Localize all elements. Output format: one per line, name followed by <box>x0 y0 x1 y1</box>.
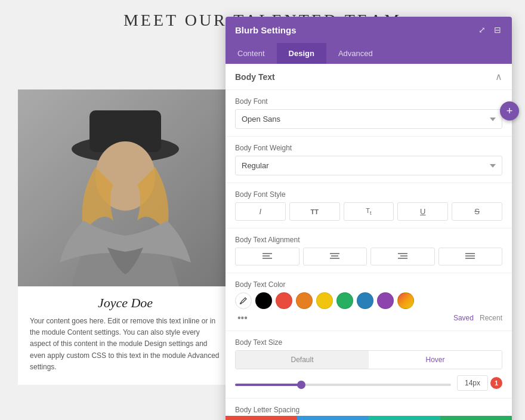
panel-header: Blurb Settings ⤢ ⊟ <box>226 17 512 43</box>
body-text-size-field: Body Text Size Default Hover 1 <box>226 331 512 399</box>
body-text-color-field: Body Text Color ••• Saved Recent <box>226 273 512 331</box>
panel-tabs: Content Design Advanced <box>226 43 512 64</box>
body-letter-spacing-label: Body Letter Spacing <box>235 406 502 414</box>
size-slider-row: 1 <box>235 375 502 391</box>
color-green[interactable] <box>336 292 353 309</box>
size-slider-tabs: Default Hover <box>235 350 502 369</box>
recent-link[interactable]: Recent <box>480 314 502 322</box>
uppercase-button[interactable]: TT <box>289 202 340 221</box>
panel-body: Body Text ∧ Body Font Open Sans Body Fon… <box>226 64 512 416</box>
saved-recent-links: Saved Recent <box>453 314 502 322</box>
undo-button[interactable]: ↺ <box>297 416 369 420</box>
section-title: Body Text <box>235 72 275 82</box>
svg-point-17 <box>240 302 242 304</box>
blurb-settings-panel: Blurb Settings ⤢ ⊟ Content Design Advanc… <box>226 17 512 420</box>
body-font-style-label: Body Font Style <box>235 190 502 199</box>
color-gradient[interactable] <box>397 292 414 309</box>
body-text-section-header: Body Text ∧ <box>226 64 512 90</box>
capitalize-button[interactable]: Tt <box>344 202 394 221</box>
body-text-size-input[interactable] <box>457 375 488 391</box>
align-right-button[interactable] <box>370 248 435 265</box>
body-font-field: Body Font Open Sans <box>226 90 512 137</box>
cancel-button[interactable]: ✕ <box>226 416 297 420</box>
align-justify-button[interactable] <box>438 248 503 265</box>
expand-icon[interactable]: ⤢ <box>477 24 487 36</box>
tab-content[interactable]: Content <box>226 43 277 64</box>
body-letter-spacing-field: Body Letter Spacing <box>226 399 512 416</box>
align-left-button[interactable] <box>235 248 299 265</box>
color-black[interactable] <box>255 292 272 309</box>
color-blue[interactable] <box>357 292 373 309</box>
size-hover-tab[interactable]: Hover <box>369 351 502 369</box>
tab-advanced[interactable]: Advanced <box>326 43 385 64</box>
color-red[interactable] <box>276 292 292 309</box>
alignment-buttons-group <box>235 248 502 265</box>
redo-button[interactable]: ↻ <box>369 416 440 420</box>
size-slider-wrapper <box>235 378 451 388</box>
body-font-weight-field: Body Font Weight Regular <box>226 137 512 183</box>
align-center-button[interactable] <box>303 248 368 265</box>
notification-badge: 1 <box>490 377 502 389</box>
body-text-size-slider[interactable] <box>235 384 451 386</box>
body-text-size-label: Body Text Size <box>235 338 502 347</box>
underline-button[interactable]: U <box>397 202 448 221</box>
color-row <box>235 292 502 309</box>
more-colors-dots[interactable]: ••• <box>235 313 250 323</box>
color-yellow[interactable] <box>316 292 333 309</box>
italic-button[interactable]: I <box>235 202 286 221</box>
profile-card: Joyce Doe Your content goes here. Edit o… <box>18 89 233 385</box>
panel-header-icons: ⤢ ⊟ <box>477 24 502 36</box>
color-picker-icon[interactable] <box>235 292 252 309</box>
size-default-tab[interactable]: Default <box>236 351 369 369</box>
body-text-alignment-label: Body Text Alignment <box>235 236 502 244</box>
body-font-weight-select[interactable]: Regular <box>235 156 502 175</box>
body-text-color-label: Body Text Color <box>235 280 502 289</box>
card-description: Your content goes here. Edit or remove t… <box>18 316 233 373</box>
section-toggle-button[interactable]: ∧ <box>495 71 502 82</box>
size-value-box: 1 <box>457 375 502 391</box>
style-buttons-group: I TT Tt U S <box>235 202 502 221</box>
save-button[interactable]: ✓ <box>440 416 512 420</box>
body-font-weight-label: Body Font Weight <box>235 144 502 152</box>
card-name: Joyce Doe <box>18 295 233 311</box>
card-image <box>18 89 233 286</box>
body-text-alignment-field: Body Text Alignment <box>226 228 512 273</box>
body-font-style-field: Body Font Style I TT Tt U S <box>226 183 512 228</box>
columns-icon[interactable]: ⊟ <box>493 24 502 36</box>
add-button[interactable]: + <box>500 101 519 121</box>
panel-title: Blurb Settings <box>235 25 297 35</box>
bottom-toolbar: ✕ ↺ ↻ ✓ <box>226 416 512 420</box>
strikethrough-button[interactable]: S <box>452 202 502 221</box>
body-font-label: Body Font <box>235 97 502 106</box>
saved-link[interactable]: Saved <box>453 314 474 322</box>
body-font-select[interactable]: Open Sans <box>235 109 502 129</box>
color-purple[interactable] <box>377 292 394 309</box>
tab-design[interactable]: Design <box>277 43 326 64</box>
color-orange[interactable] <box>296 292 313 309</box>
